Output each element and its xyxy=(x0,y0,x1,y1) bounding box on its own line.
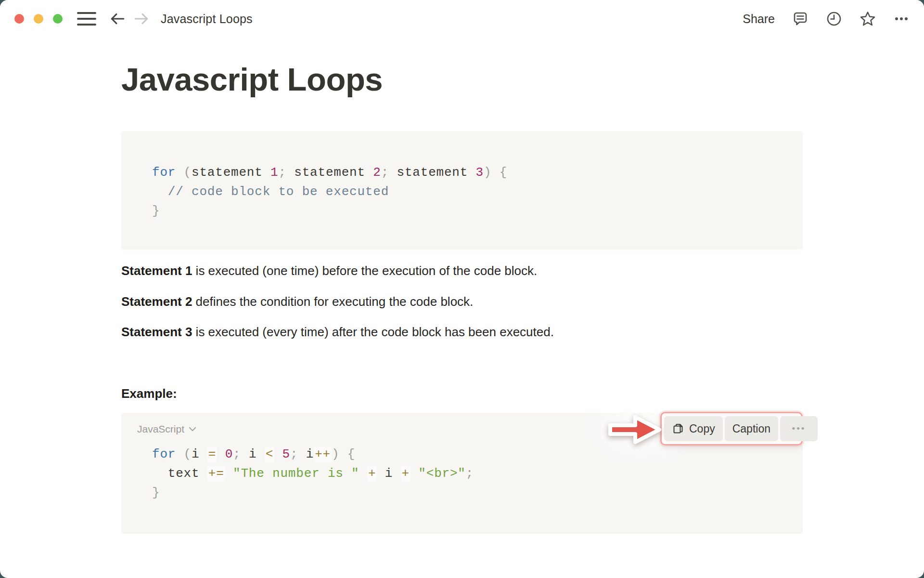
back-arrow-icon[interactable] xyxy=(109,10,126,27)
caption-button-label: Caption xyxy=(732,422,770,435)
statement-1-paragraph: Statement 1 is executed (one time) befor… xyxy=(121,263,803,279)
page-title: Javascript Loops xyxy=(121,60,383,99)
copy-button-label: Copy xyxy=(689,422,715,435)
history-clock-icon[interactable] xyxy=(826,11,842,27)
code-block-syntax: for (statement 1; statement 2; statement… xyxy=(121,131,803,250)
zoom-window-button[interactable] xyxy=(53,14,63,24)
statement-1-bold: Statement 1 xyxy=(121,263,192,278)
favorite-star-icon[interactable] xyxy=(860,11,876,27)
language-label: JavaScript xyxy=(137,423,184,435)
code-content: for (statement 1; statement 2; statement… xyxy=(121,131,803,221)
minimize-window-button[interactable] xyxy=(34,14,43,24)
close-window-button[interactable] xyxy=(14,14,24,24)
breadcrumb-page-title: Javascript Loops xyxy=(161,12,253,26)
window-controls xyxy=(14,14,63,24)
statement-1-text: is executed (one time) before the execut… xyxy=(192,263,537,278)
statement-2-paragraph: Statement 2 defines the condition for ex… xyxy=(121,294,803,310)
titlebar-actions: Share xyxy=(743,11,910,27)
code-hover-toolbar: Copy Caption ••• xyxy=(660,412,803,446)
titlebar: Javascript Loops Share xyxy=(0,0,924,38)
statement-2-bold: Statement 2 xyxy=(121,294,192,309)
forward-arrow-icon[interactable] xyxy=(133,10,150,27)
chevron-down-icon xyxy=(189,427,196,432)
code-more-button[interactable]: ••• xyxy=(780,416,818,441)
share-button[interactable]: Share xyxy=(743,12,775,26)
statement-3-bold: Statement 3 xyxy=(121,325,192,339)
code-more-label: ••• xyxy=(792,423,806,434)
example-label: Example: xyxy=(121,386,803,402)
comments-icon[interactable] xyxy=(792,11,808,27)
app-window: Javascript Loops Share Javascript Loops … xyxy=(0,0,924,578)
more-options-icon[interactable] xyxy=(893,11,910,27)
hamburger-menu-icon[interactable] xyxy=(77,12,96,26)
statement-2-text: defines the condition for executing the … xyxy=(192,294,473,309)
copy-icon xyxy=(672,422,684,435)
statement-3-paragraph: Statement 3 is executed (every time) aft… xyxy=(121,324,803,340)
copy-button[interactable]: Copy xyxy=(664,416,723,441)
language-dropdown[interactable]: JavaScript xyxy=(137,423,196,435)
statement-3-text: is executed (every time) after the code … xyxy=(192,325,554,339)
caption-button[interactable]: Caption xyxy=(725,416,778,441)
